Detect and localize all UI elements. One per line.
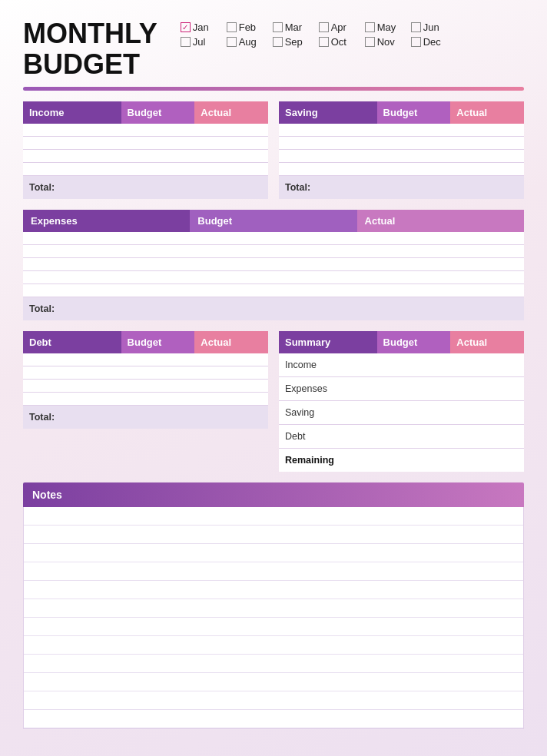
months-block: ✓ Jan Feb Mar Apr May Jun (181, 18, 524, 48)
expenses-budget-header: Budget (190, 210, 356, 232)
checkbox-oct[interactable] (319, 37, 329, 47)
summary-expenses-label: Expenses (279, 377, 377, 401)
month-feb[interactable]: Feb (227, 22, 267, 33)
checkbox-aug[interactable] (227, 37, 237, 47)
table-row (23, 137, 268, 150)
month-mar[interactable]: Mar (273, 22, 313, 33)
debt-table-wrap: Debt Budget Actual Total: (23, 331, 268, 472)
month-oct[interactable]: Oct (319, 36, 359, 48)
note-line[interactable] (24, 562, 523, 581)
note-line[interactable] (24, 691, 523, 710)
debt-total-label: Total: (23, 406, 121, 429)
saving-table: Saving Budget Actual Total: (279, 101, 524, 199)
table-row (23, 258, 524, 271)
month-apr[interactable]: Apr (319, 22, 359, 33)
table-row (23, 366, 268, 380)
table-row (23, 124, 268, 137)
note-line[interactable] (24, 618, 523, 636)
checkbox-jan[interactable]: ✓ (181, 22, 191, 32)
summary-debt-row: Debt (279, 425, 524, 449)
checkbox-jun[interactable] (411, 22, 421, 32)
checkbox-dec[interactable] (411, 37, 421, 47)
debt-actual-header: Actual (194, 331, 268, 353)
saving-total-label: Total: (279, 176, 377, 200)
income-total-label: Total: (23, 176, 121, 200)
income-total-row: Total: (23, 176, 268, 200)
note-line[interactable] (24, 581, 523, 599)
saving-actual-header: Actual (450, 101, 524, 124)
month-may[interactable]: May (365, 22, 405, 33)
expenses-table-wrap: Expenses Budget Actual Total: (23, 210, 524, 320)
table-row (279, 124, 524, 137)
table-row (23, 232, 524, 245)
income-saving-row: Income Budget Actual Total: (23, 101, 524, 199)
notes-header: Notes (23, 482, 524, 507)
summary-saving-row: Saving (279, 401, 524, 425)
debt-col-header: Debt (23, 331, 121, 353)
debt-total-row: Total: (23, 406, 268, 429)
table-row (23, 393, 268, 406)
summary-remaining-label: Remaining (279, 449, 377, 472)
month-jul[interactable]: Jul (181, 36, 220, 48)
month-row-2: Jul Aug Sep Oct Nov Dec (181, 36, 524, 48)
saving-col-header: Saving (279, 101, 377, 124)
month-row-1: ✓ Jan Feb Mar Apr May Jun (181, 22, 524, 33)
note-line[interactable] (24, 507, 523, 526)
month-dec[interactable]: Dec (411, 36, 451, 48)
table-row (23, 284, 524, 297)
checkbox-sep[interactable] (273, 37, 283, 47)
note-line[interactable] (24, 710, 523, 728)
note-line[interactable] (24, 526, 523, 544)
checkbox-apr[interactable] (319, 22, 329, 32)
month-aug[interactable]: Aug (227, 36, 267, 48)
notes-section: Notes (23, 482, 524, 729)
income-table-wrap: Income Budget Actual Total: (23, 101, 268, 199)
income-actual-header: Actual (194, 101, 268, 124)
summary-income-row: Income (279, 353, 524, 377)
income-table: Income Budget Actual Total: (23, 101, 268, 199)
month-nov[interactable]: Nov (365, 36, 405, 48)
summary-income-label: Income (279, 353, 377, 377)
checkbox-jul[interactable] (181, 37, 191, 47)
title-line1: MONTHLY BUDGET (23, 18, 157, 79)
table-row (23, 380, 268, 393)
debt-budget-header: Budget (121, 331, 195, 353)
expenses-total-row: Total: (23, 297, 524, 321)
summary-saving-label: Saving (279, 401, 377, 425)
table-row (279, 137, 524, 150)
income-budget-header: Budget (121, 101, 195, 124)
notes-lines (23, 507, 524, 729)
saving-total-row: Total: (279, 176, 524, 200)
expenses-total-label: Total: (23, 297, 190, 321)
month-jun[interactable]: Jun (411, 22, 451, 33)
note-line[interactable] (24, 655, 523, 673)
note-line[interactable] (24, 636, 523, 655)
title-block: MONTHLY BUDGET (23, 18, 157, 79)
debt-summary-row: Debt Budget Actual Total: (23, 331, 524, 472)
checkbox-nov[interactable] (365, 37, 375, 47)
summary-debt-label: Debt (279, 425, 377, 449)
note-line[interactable] (24, 544, 523, 562)
note-line[interactable] (24, 673, 523, 691)
summary-table: Summary Budget Actual Income Expenses (279, 331, 524, 472)
checkbox-mar[interactable] (273, 22, 283, 32)
summary-actual-header: Actual (450, 331, 524, 353)
table-row (279, 150, 524, 163)
expenses-col-header: Expenses (23, 210, 190, 232)
checkbox-feb[interactable] (227, 22, 237, 32)
table-row (23, 353, 268, 366)
saving-budget-header: Budget (377, 101, 451, 124)
expenses-table: Expenses Budget Actual Total: (23, 210, 524, 320)
note-line[interactable] (24, 599, 523, 618)
summary-expenses-row: Expenses (279, 377, 524, 401)
table-row (279, 163, 524, 176)
summary-col-header: Summary (279, 331, 377, 353)
expenses-actual-header: Actual (357, 210, 524, 232)
header: MONTHLY BUDGET ✓ Jan Feb Mar Apr (23, 18, 524, 79)
checkbox-may[interactable] (365, 22, 375, 32)
month-jan[interactable]: ✓ Jan (181, 22, 220, 33)
table-row (23, 271, 524, 284)
income-col-header: Income (23, 101, 121, 124)
month-sep[interactable]: Sep (273, 36, 313, 48)
table-row (23, 163, 268, 176)
